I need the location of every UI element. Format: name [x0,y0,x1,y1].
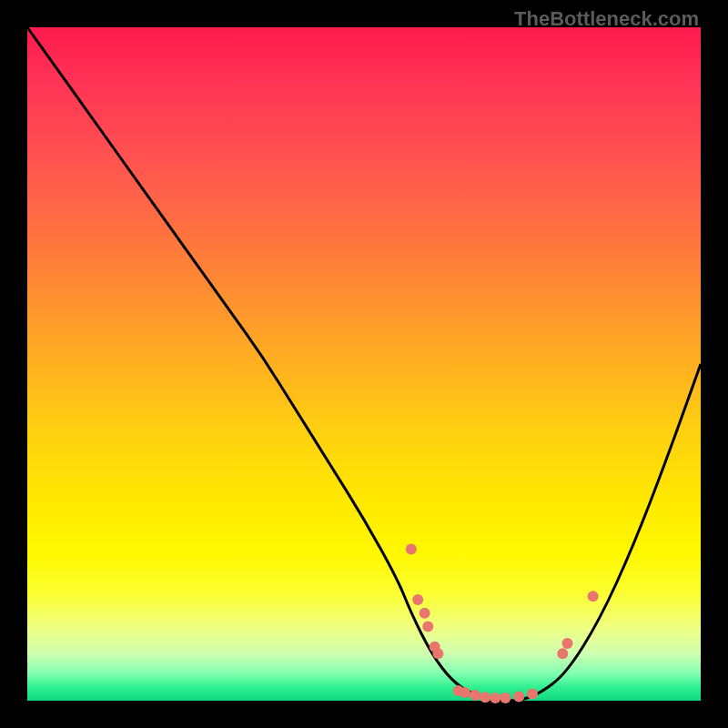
data-marker [412,594,423,605]
data-marker [588,591,599,602]
curve-line [27,27,701,701]
data-marker [432,648,443,659]
data-marker [561,638,572,649]
data-marker [513,692,524,703]
data-marker [406,544,417,555]
chart-svg [27,27,701,701]
data-marker [527,689,538,700]
data-marker [500,693,511,703]
data-marker [470,690,480,701]
watermark-text: TheBottleneck.com [514,7,699,31]
data-marker [420,608,430,619]
data-marker [460,687,470,698]
data-marker [490,693,500,703]
data-markers [406,544,599,704]
chart-plot-area [27,27,701,701]
data-marker [480,692,490,703]
data-marker [422,622,433,632]
data-marker [557,648,568,659]
